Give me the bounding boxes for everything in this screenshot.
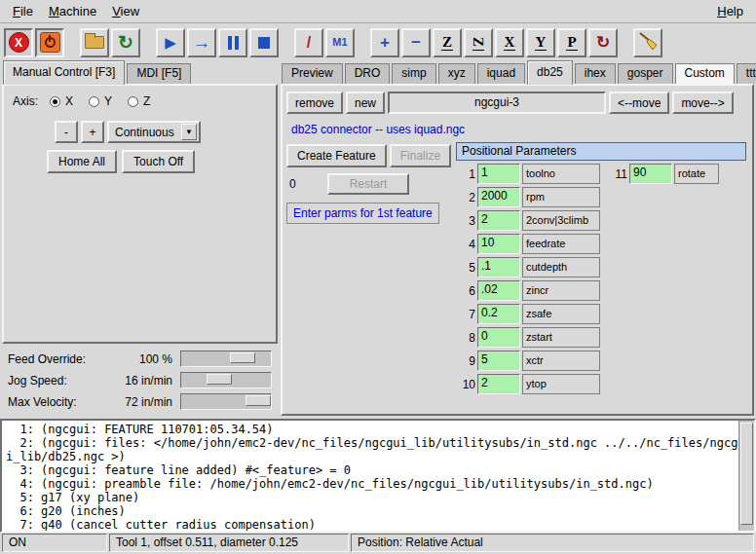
create-feature-button[interactable]: Create Feature xyxy=(286,144,387,167)
open-file-button[interactable] xyxy=(80,28,109,57)
radio-z-icon xyxy=(128,96,138,107)
axis-radio-x[interactable]: X xyxy=(50,94,73,108)
axis-z-label: Z xyxy=(143,94,150,108)
menu-file[interactable]: File xyxy=(5,1,41,21)
pause-button[interactable] xyxy=(218,28,247,57)
param-number: 5 xyxy=(456,261,477,275)
rotate-view-button[interactable]: ↻ xyxy=(588,28,618,57)
ngcgui-topbar: remove new ngcgui-3 <--move move--> xyxy=(286,92,737,114)
toolbar: X ↻ ▶ → / M1 + − Z Z X Y xyxy=(0,24,756,60)
stop-icon xyxy=(258,37,270,49)
feed-override-slider[interactable] xyxy=(180,351,272,367)
ngcgui-panel: remove new ngcgui-3 <--move move--> db25… xyxy=(281,84,754,416)
param-row-10: 10 2 ytop xyxy=(456,374,748,394)
step-button[interactable]: → xyxy=(187,28,216,57)
stop-button[interactable] xyxy=(249,28,279,57)
param-name: feedrate xyxy=(522,234,600,254)
gcode-listing[interactable]: 1: (ngcgui: FEATURE 110701:05.34.54) 2: … xyxy=(0,419,756,533)
param-entry-rotate[interactable]: 90 xyxy=(629,164,672,184)
manual-control-panel: Axis: X Y Z - + Continuous ▼ Home All To… xyxy=(2,84,278,344)
restart-button[interactable]: Restart xyxy=(327,173,409,195)
jog-minus-button[interactable]: - xyxy=(55,121,78,143)
max-velocity-handle[interactable] xyxy=(246,395,271,406)
view-p-button[interactable]: P xyxy=(557,28,586,57)
axis-radio-z[interactable]: Z xyxy=(128,94,150,108)
jog-speed-handle[interactable] xyxy=(207,374,232,385)
tab-ttt[interactable]: ttt xyxy=(737,63,756,84)
clear-plot-button[interactable] xyxy=(633,28,662,57)
tab-preview[interactable]: Preview xyxy=(282,63,343,84)
param-entry-zstart[interactable]: 0 xyxy=(477,327,520,348)
tab-simp[interactable]: simp xyxy=(392,63,435,84)
machine-power-icon xyxy=(40,32,60,53)
param-row-9: 9 5 xctr xyxy=(456,351,748,371)
block-delete-button[interactable]: / xyxy=(294,28,323,57)
param-entry-zincr[interactable]: .02 xyxy=(477,280,520,301)
param-number: 8 xyxy=(456,331,477,345)
param-entry-xctr[interactable]: 5 xyxy=(477,351,520,371)
touch-off-button[interactable]: Touch Off xyxy=(122,150,195,173)
radio-y-icon xyxy=(89,96,99,107)
override-sliders: Feed Override: 100 % Jog Speed: 16 in/mi… xyxy=(2,349,276,413)
reload-button[interactable]: ↻ xyxy=(111,28,140,57)
param-entry-rpm[interactable]: 2000 xyxy=(477,187,520,207)
optional-stop-button[interactable]: M1 xyxy=(325,28,355,57)
view-y-button[interactable]: Y xyxy=(526,28,555,57)
zoom-in-button[interactable]: + xyxy=(370,28,399,57)
param-entry-feedrate[interactable]: 10 xyxy=(477,234,520,254)
move-right-button[interactable]: move--> xyxy=(672,92,733,114)
jog-plus-button[interactable]: + xyxy=(81,121,104,143)
gcode-scrollbar-thumb[interactable] xyxy=(740,423,753,525)
view-z2-button[interactable]: Z xyxy=(464,28,493,57)
view-z-button[interactable]: Z xyxy=(433,28,462,57)
menu-machine[interactable]: Machine xyxy=(41,1,104,21)
tab-iquad[interactable]: iquad xyxy=(477,63,525,84)
home-all-button[interactable]: Home All xyxy=(47,150,117,173)
param-name: ytop xyxy=(522,374,600,394)
feed-override-row: Feed Override: 100 % xyxy=(2,349,276,370)
pause-icon xyxy=(228,36,239,50)
menu-view[interactable]: View xyxy=(104,1,147,21)
remove-button[interactable]: remove xyxy=(286,92,343,114)
param-entry-conv-climb[interactable]: 2 xyxy=(477,210,520,231)
param-number: 7 xyxy=(456,308,477,321)
jog-speed-value: 16 in/min xyxy=(90,374,172,388)
max-velocity-slider[interactable] xyxy=(180,393,272,410)
tab-manual-control[interactable]: Manual Control [F3] xyxy=(3,60,125,85)
jog-speed-slider[interactable] xyxy=(180,372,272,388)
machine-power-button[interactable] xyxy=(35,28,64,57)
tab-gosper[interactable]: gosper xyxy=(618,63,673,84)
axis-x-label: X xyxy=(65,94,73,108)
param-name: toolno xyxy=(522,164,600,184)
zoom-out-button[interactable]: − xyxy=(401,28,431,57)
jog-mode-select[interactable]: Continuous ▼ xyxy=(107,121,201,143)
tab-xyz[interactable]: xyz xyxy=(438,63,475,84)
tab-dro[interactable]: DRO xyxy=(345,63,391,84)
view-x-button[interactable]: X xyxy=(495,28,524,57)
estop-button[interactable]: X xyxy=(4,28,33,57)
axis-radio-y[interactable]: Y xyxy=(89,94,112,108)
new-button[interactable]: new xyxy=(346,92,385,114)
gcode-line: 3: (ngcgui: feature line added) #<_featu… xyxy=(6,463,735,477)
move-left-button[interactable]: <--move xyxy=(609,92,669,114)
param-entry-toolno[interactable]: 1 xyxy=(477,164,520,184)
tab-db25[interactable]: db25 xyxy=(527,60,573,85)
param-entry-ytop[interactable]: 2 xyxy=(477,374,520,394)
tab-mdi[interactable]: MDI [F5] xyxy=(127,63,191,84)
param-entry-zsafe[interactable]: 0.2 xyxy=(477,304,520,324)
param-name: xctr xyxy=(522,351,600,371)
tab-ihex[interactable]: ihex xyxy=(575,63,616,84)
max-velocity-value: 72 in/min xyxy=(90,395,172,409)
finalize-button[interactable]: Finalize xyxy=(390,144,451,167)
menu-help[interactable]: Help xyxy=(709,1,751,21)
param-entry-cutdepth[interactable]: .1 xyxy=(477,257,520,277)
gcode-scrollbar[interactable] xyxy=(738,421,754,531)
feed-override-label: Feed Override: xyxy=(8,352,86,366)
axis-y-label: Y xyxy=(104,94,112,108)
page-name-input[interactable]: ngcgui-3 xyxy=(388,92,606,114)
run-button[interactable]: ▶ xyxy=(156,28,185,57)
tab-custom[interactable]: Custom xyxy=(675,63,735,84)
chevron-down-icon: ▼ xyxy=(181,124,197,140)
feed-override-handle[interactable] xyxy=(230,352,255,363)
view-z2-icon: Z xyxy=(472,34,484,51)
